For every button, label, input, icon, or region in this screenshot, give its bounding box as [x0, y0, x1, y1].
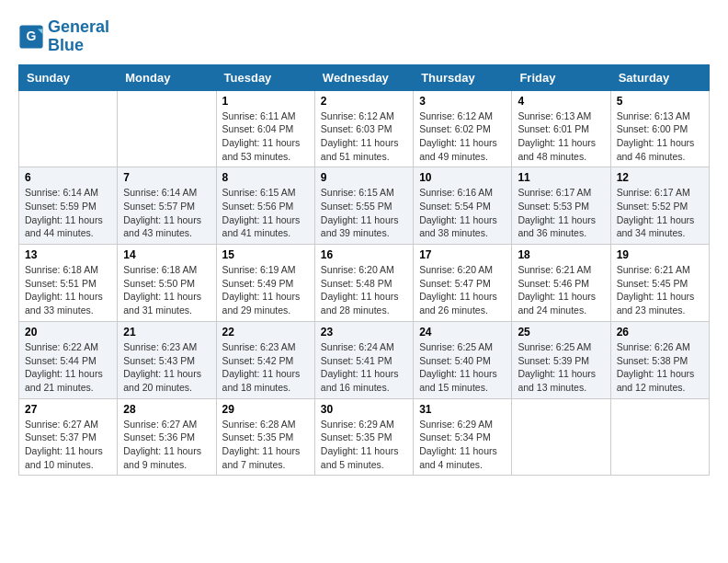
- day-number: 7: [123, 171, 210, 184]
- day-number: 23: [321, 326, 407, 339]
- day-number: 26: [617, 326, 703, 339]
- cell-content: Sunrise: 6:20 AM Sunset: 5:47 PM Dayligh…: [419, 263, 506, 317]
- day-number: 12: [617, 171, 703, 184]
- calendar-cell: 14Sunrise: 6:18 AM Sunset: 5:50 PM Dayli…: [118, 245, 216, 322]
- page-header: G General Blue: [18, 18, 710, 55]
- calendar-cell: 7Sunrise: 6:14 AM Sunset: 5:57 PM Daylig…: [118, 167, 216, 245]
- calendar-cell: 31Sunrise: 6:29 AM Sunset: 5:34 PM Dayli…: [414, 398, 512, 476]
- logo-text: General Blue: [48, 18, 109, 55]
- calendar-cell: 28Sunrise: 6:27 AM Sunset: 5:36 PM Dayli…: [118, 398, 216, 476]
- calendar-cell: 27Sunrise: 6:27 AM Sunset: 5:37 PM Dayli…: [19, 398, 118, 476]
- calendar-cell: 15Sunrise: 6:19 AM Sunset: 5:49 PM Dayli…: [216, 245, 314, 322]
- calendar-header-row: SundayMondayTuesdayWednesdayThursdayFrid…: [19, 64, 710, 90]
- column-header-wednesday: Wednesday: [314, 64, 413, 90]
- day-number: 17: [419, 248, 506, 261]
- day-number: 13: [25, 248, 111, 261]
- day-number: 9: [321, 171, 407, 184]
- calendar-cell: 30Sunrise: 6:29 AM Sunset: 5:35 PM Dayli…: [314, 398, 413, 476]
- cell-content: Sunrise: 6:14 AM Sunset: 5:59 PM Dayligh…: [25, 186, 111, 240]
- cell-content: Sunrise: 6:19 AM Sunset: 5:49 PM Dayligh…: [222, 263, 309, 317]
- day-number: 21: [123, 326, 210, 339]
- svg-text:G: G: [27, 29, 37, 43]
- calendar-row: 1Sunrise: 6:11 AM Sunset: 6:04 PM Daylig…: [19, 90, 710, 167]
- calendar-row: 27Sunrise: 6:27 AM Sunset: 5:37 PM Dayli…: [19, 398, 710, 476]
- day-number: 31: [419, 403, 506, 416]
- calendar-cell: 8Sunrise: 6:15 AM Sunset: 5:56 PM Daylig…: [216, 167, 314, 245]
- column-header-tuesday: Tuesday: [216, 64, 314, 90]
- day-number: 18: [518, 248, 604, 261]
- calendar-cell: 22Sunrise: 6:23 AM Sunset: 5:42 PM Dayli…: [216, 321, 314, 398]
- cell-content: Sunrise: 6:25 AM Sunset: 5:39 PM Dayligh…: [518, 340, 604, 395]
- calendar-cell: 5Sunrise: 6:13 AM Sunset: 6:00 PM Daylig…: [610, 90, 709, 167]
- cell-content: Sunrise: 6:15 AM Sunset: 5:56 PM Dayligh…: [222, 186, 309, 240]
- cell-content: Sunrise: 6:18 AM Sunset: 5:51 PM Dayligh…: [25, 263, 111, 317]
- calendar-cell: 1Sunrise: 6:11 AM Sunset: 6:04 PM Daylig…: [216, 90, 314, 167]
- logo-icon: G: [18, 24, 44, 50]
- cell-content: Sunrise: 6:29 AM Sunset: 5:34 PM Dayligh…: [419, 418, 506, 472]
- day-number: 19: [617, 248, 703, 261]
- cell-content: Sunrise: 6:20 AM Sunset: 5:48 PM Dayligh…: [321, 263, 407, 317]
- day-number: 11: [518, 171, 604, 184]
- calendar-cell: 26Sunrise: 6:26 AM Sunset: 5:38 PM Dayli…: [610, 321, 709, 398]
- day-number: 24: [419, 326, 506, 339]
- cell-content: Sunrise: 6:21 AM Sunset: 5:46 PM Dayligh…: [518, 263, 604, 317]
- calendar-table: SundayMondayTuesdayWednesdayThursdayFrid…: [18, 64, 710, 477]
- calendar-cell: 16Sunrise: 6:20 AM Sunset: 5:48 PM Dayli…: [314, 245, 413, 322]
- cell-content: Sunrise: 6:28 AM Sunset: 5:35 PM Dayligh…: [222, 418, 309, 472]
- day-number: 22: [222, 326, 309, 339]
- day-number: 29: [222, 403, 309, 416]
- day-number: 25: [518, 326, 604, 339]
- calendar-cell: 4Sunrise: 6:13 AM Sunset: 6:01 PM Daylig…: [512, 90, 610, 167]
- day-number: 15: [222, 248, 309, 261]
- calendar-row: 6Sunrise: 6:14 AM Sunset: 5:59 PM Daylig…: [19, 167, 710, 245]
- calendar-row: 20Sunrise: 6:22 AM Sunset: 5:44 PM Dayli…: [19, 321, 710, 398]
- cell-content: Sunrise: 6:13 AM Sunset: 6:01 PM Dayligh…: [518, 109, 604, 164]
- day-number: 4: [518, 95, 604, 108]
- day-number: 16: [321, 248, 407, 261]
- cell-content: Sunrise: 6:29 AM Sunset: 5:35 PM Dayligh…: [321, 418, 407, 472]
- cell-content: Sunrise: 6:14 AM Sunset: 5:57 PM Dayligh…: [123, 186, 210, 240]
- day-number: 8: [222, 171, 309, 184]
- calendar-cell: 11Sunrise: 6:17 AM Sunset: 5:53 PM Dayli…: [512, 167, 610, 245]
- logo: G General Blue: [18, 18, 109, 55]
- cell-content: Sunrise: 6:23 AM Sunset: 5:42 PM Dayligh…: [222, 340, 309, 395]
- cell-content: Sunrise: 6:16 AM Sunset: 5:54 PM Dayligh…: [419, 186, 506, 240]
- calendar-cell: 19Sunrise: 6:21 AM Sunset: 5:45 PM Dayli…: [610, 245, 709, 322]
- calendar-cell: 29Sunrise: 6:28 AM Sunset: 5:35 PM Dayli…: [216, 398, 314, 476]
- cell-content: Sunrise: 6:26 AM Sunset: 5:38 PM Dayligh…: [617, 340, 703, 395]
- calendar-cell: 24Sunrise: 6:25 AM Sunset: 5:40 PM Dayli…: [414, 321, 512, 398]
- calendar-cell: 20Sunrise: 6:22 AM Sunset: 5:44 PM Dayli…: [19, 321, 118, 398]
- calendar-cell: 25Sunrise: 6:25 AM Sunset: 5:39 PM Dayli…: [512, 321, 610, 398]
- cell-content: Sunrise: 6:15 AM Sunset: 5:55 PM Dayligh…: [321, 186, 407, 240]
- day-number: 2: [321, 95, 407, 108]
- column-header-monday: Monday: [118, 64, 216, 90]
- day-number: 3: [419, 95, 506, 108]
- calendar-cell: 3Sunrise: 6:12 AM Sunset: 6:02 PM Daylig…: [414, 90, 512, 167]
- calendar-cell: 13Sunrise: 6:18 AM Sunset: 5:51 PM Dayli…: [19, 245, 118, 322]
- column-header-friday: Friday: [512, 64, 610, 90]
- calendar-cell: 21Sunrise: 6:23 AM Sunset: 5:43 PM Dayli…: [118, 321, 216, 398]
- calendar-cell: 17Sunrise: 6:20 AM Sunset: 5:47 PM Dayli…: [414, 245, 512, 322]
- calendar-cell: 2Sunrise: 6:12 AM Sunset: 6:03 PM Daylig…: [314, 90, 413, 167]
- column-header-sunday: Sunday: [19, 64, 118, 90]
- calendar-cell: 9Sunrise: 6:15 AM Sunset: 5:55 PM Daylig…: [314, 167, 413, 245]
- calendar-cell: 23Sunrise: 6:24 AM Sunset: 5:41 PM Dayli…: [314, 321, 413, 398]
- calendar-cell: 6Sunrise: 6:14 AM Sunset: 5:59 PM Daylig…: [19, 167, 118, 245]
- day-number: 30: [321, 403, 407, 416]
- calendar-cell: [19, 90, 118, 167]
- calendar-cell: 12Sunrise: 6:17 AM Sunset: 5:52 PM Dayli…: [610, 167, 709, 245]
- calendar-cell: [512, 398, 610, 476]
- calendar-row: 13Sunrise: 6:18 AM Sunset: 5:51 PM Dayli…: [19, 245, 710, 322]
- day-number: 20: [25, 326, 111, 339]
- cell-content: Sunrise: 6:12 AM Sunset: 6:03 PM Dayligh…: [321, 109, 407, 164]
- day-number: 28: [123, 403, 210, 416]
- cell-content: Sunrise: 6:11 AM Sunset: 6:04 PM Dayligh…: [222, 109, 309, 164]
- day-number: 14: [123, 248, 210, 261]
- cell-content: Sunrise: 6:27 AM Sunset: 5:36 PM Dayligh…: [123, 418, 210, 472]
- day-number: 1: [222, 95, 309, 108]
- day-number: 6: [25, 171, 111, 184]
- day-number: 27: [25, 403, 111, 416]
- cell-content: Sunrise: 6:17 AM Sunset: 5:52 PM Dayligh…: [617, 186, 703, 240]
- cell-content: Sunrise: 6:17 AM Sunset: 5:53 PM Dayligh…: [518, 186, 604, 240]
- cell-content: Sunrise: 6:21 AM Sunset: 5:45 PM Dayligh…: [617, 263, 703, 317]
